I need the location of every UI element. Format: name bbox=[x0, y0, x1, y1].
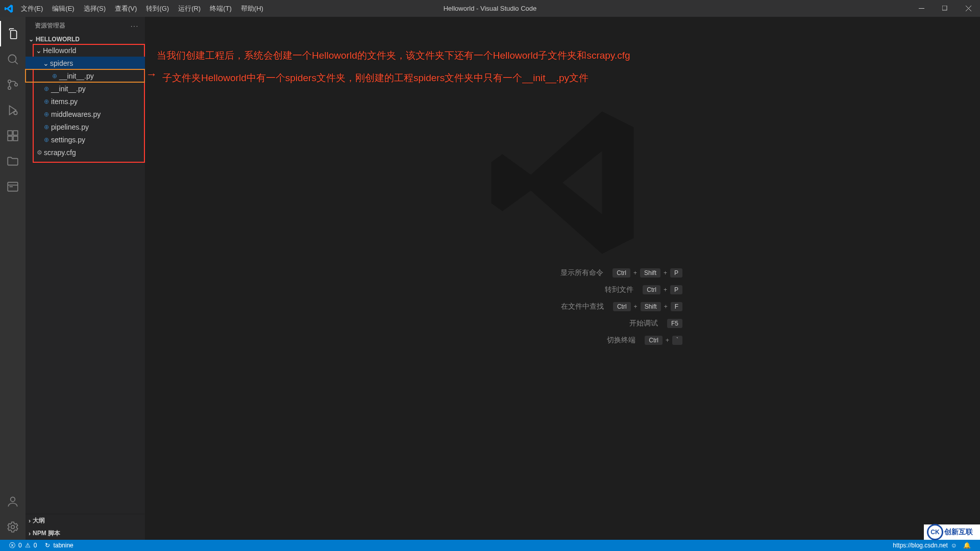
maximize-icon[interactable] bbox=[933, 0, 957, 17]
file-label: items.py bbox=[51, 97, 78, 106]
feedback-icon[interactable]: ☺ bbox=[951, 542, 957, 549]
explorer-root[interactable]: ⌄ HELLOWORLD bbox=[26, 35, 145, 44]
svg-rect-11 bbox=[8, 131, 12, 135]
npm-scripts-label: NPM 脚本 bbox=[33, 529, 60, 538]
window-controls bbox=[910, 0, 980, 17]
project-root-label: HELLOWORLD bbox=[36, 36, 80, 43]
brand-watermark: CK 创新互联 bbox=[924, 524, 980, 540]
account-icon[interactable] bbox=[0, 489, 26, 514]
kbd: F5 bbox=[667, 319, 682, 328]
extensions-icon[interactable] bbox=[0, 123, 26, 148]
shortcut-label: 转到文件 bbox=[443, 285, 638, 294]
search-icon[interactable] bbox=[0, 46, 26, 72]
status-problems[interactable]: ⓧ0 ⚠0 bbox=[5, 541, 41, 550]
explorer-title: 资源管理器 bbox=[35, 21, 65, 30]
folder-library-icon[interactable] bbox=[0, 148, 26, 174]
file-label: middlewares.py bbox=[51, 110, 101, 118]
sync-icon: ↻ bbox=[45, 542, 50, 549]
python-file-icon: ⊕ bbox=[42, 136, 51, 143]
file-label: pipelines.py bbox=[51, 123, 89, 131]
python-file-icon: ⊕ bbox=[42, 111, 51, 118]
welcome-shortcuts: 显示所有命令 Ctrl+ Shift+ P 转到文件 Ctrl+ P 在文件中查… bbox=[145, 268, 980, 345]
svg-rect-1 bbox=[942, 6, 947, 10]
config-file-icon: ⚙ bbox=[35, 149, 44, 156]
file-label: __init__.py bbox=[51, 85, 86, 93]
chevron-down-icon: ⌄ bbox=[35, 46, 43, 55]
svg-point-18 bbox=[11, 497, 15, 502]
kbd: Shift bbox=[640, 268, 660, 278]
kbd: P bbox=[670, 285, 682, 294]
svg-marker-9 bbox=[10, 106, 16, 114]
explorer-icon[interactable] bbox=[0, 21, 26, 46]
svg-rect-14 bbox=[13, 131, 18, 135]
source-control-icon[interactable] bbox=[0, 72, 26, 97]
status-bar: ⓧ0 ⚠0 ↻tabnine https://blog.csdn.net ☺ 🔔 bbox=[0, 540, 980, 551]
shortcut-show-commands: 显示所有命令 Ctrl+ Shift+ P bbox=[443, 268, 682, 278]
minimize-icon[interactable] bbox=[910, 0, 933, 17]
svg-point-7 bbox=[8, 87, 11, 89]
watermark-badge-icon: CK bbox=[927, 524, 943, 540]
shortcut-toggle-terminal: 切换终端 Ctrl+ ` bbox=[443, 336, 682, 345]
npm-scripts-panel[interactable]: › NPM 脚本 bbox=[26, 527, 145, 540]
kbd: P bbox=[670, 268, 682, 278]
menu-help[interactable]: 帮助(H) bbox=[237, 1, 267, 16]
folder-label: spiders bbox=[50, 59, 73, 67]
settings-gear-icon[interactable] bbox=[0, 514, 26, 540]
shortcut-start-debug: 开始调试 F5 bbox=[443, 319, 682, 328]
folder-label: Helloworld bbox=[43, 46, 76, 55]
shortcut-label: 切换终端 bbox=[443, 336, 640, 345]
file-label: __init__.py bbox=[59, 72, 94, 80]
file-items[interactable]: ⊕ items.py bbox=[26, 95, 145, 108]
python-file-icon: ⊕ bbox=[42, 123, 51, 131]
menu-go[interactable]: 转到(G) bbox=[142, 1, 173, 16]
title-bar: 文件(E) 编辑(E) 选择(S) 查看(V) 转到(G) 运行(R) 终端(T… bbox=[0, 0, 980, 17]
annotation-text-1: 当我们创建工程后，系统会创建一个Helloworld的文件夹，该文件夹下还有一个… bbox=[157, 49, 630, 62]
more-actions-icon[interactable]: ··· bbox=[131, 22, 139, 30]
python-file-icon: ⊕ bbox=[42, 98, 51, 105]
file-settings[interactable]: ⊕ settings.py bbox=[26, 133, 145, 146]
file-middlewares[interactable]: ⊕ middlewares.py bbox=[26, 108, 145, 120]
outline-panel[interactable]: › 大纲 bbox=[26, 514, 145, 527]
sidebar-header: 资源管理器 ··· bbox=[26, 17, 145, 35]
menu-terminal[interactable]: 终端(T) bbox=[206, 1, 236, 16]
folder-helloworld[interactable]: ⌄ Helloworld bbox=[26, 44, 145, 57]
menu-run[interactable]: 运行(R) bbox=[174, 1, 205, 16]
file-tree: ⌄ Helloworld ⌄ spiders ⊕ __init__.py ⊕ _… bbox=[26, 44, 145, 514]
svg-point-4 bbox=[8, 55, 16, 62]
annotation-text-2: 子文件夹Helloworld中有一个spiders文件夹，刚创建的工程spide… bbox=[162, 71, 589, 85]
vscode-logo-icon bbox=[0, 4, 17, 13]
kbd: F bbox=[671, 302, 682, 311]
file-spiders-init[interactable]: ⊕ __init__.py bbox=[26, 69, 145, 82]
watermark-text: 创新互联 bbox=[944, 528, 973, 537]
menu-bar: 文件(E) 编辑(E) 选择(S) 查看(V) 转到(G) 运行(R) 终端(T… bbox=[17, 1, 267, 16]
menu-file[interactable]: 文件(E) bbox=[17, 1, 47, 16]
file-pipelines[interactable]: ⊕ pipelines.py bbox=[26, 120, 145, 133]
outline-label: 大纲 bbox=[33, 516, 45, 525]
folder-spiders[interactable]: ⌄ spiders bbox=[26, 57, 145, 69]
error-count: 0 bbox=[18, 542, 22, 549]
menu-view[interactable]: 查看(V) bbox=[111, 1, 141, 16]
kbd: Ctrl bbox=[612, 268, 630, 278]
run-debug-icon[interactable] bbox=[0, 97, 26, 123]
svg-line-5 bbox=[15, 61, 17, 64]
file-label: scrapy.cfg bbox=[44, 148, 76, 157]
file-label: settings.py bbox=[51, 136, 85, 144]
warning-count: 0 bbox=[34, 542, 37, 549]
svg-point-10 bbox=[14, 111, 17, 115]
status-tabnine[interactable]: ↻tabnine bbox=[41, 542, 77, 549]
close-icon[interactable] bbox=[957, 0, 980, 17]
project-panel-icon[interactable] bbox=[0, 174, 26, 199]
file-scrapy-cfg[interactable]: ⚙ scrapy.cfg bbox=[26, 146, 145, 159]
bell-icon[interactable]: 🔔 bbox=[963, 542, 971, 549]
menu-selection[interactable]: 选择(S) bbox=[80, 1, 110, 16]
editor-area: 当我们创建工程后，系统会创建一个Helloworld的文件夹，该文件夹下还有一个… bbox=[145, 17, 980, 540]
kbd: Ctrl bbox=[643, 285, 660, 294]
svg-point-8 bbox=[15, 83, 17, 86]
menu-edit[interactable]: 编辑(E) bbox=[48, 1, 78, 16]
footer-url: https://blog.csdn.net bbox=[893, 542, 947, 549]
warning-icon: ⚠ bbox=[25, 542, 31, 549]
shortcut-label: 在文件中查找 bbox=[443, 302, 608, 311]
file-init[interactable]: ⊕ __init__.py bbox=[26, 82, 145, 95]
explorer-sidebar: 资源管理器 ··· ⌄ HELLOWORLD ⌄ Helloworld ⌄ sp… bbox=[26, 17, 145, 540]
kbd: Ctrl bbox=[645, 336, 663, 345]
